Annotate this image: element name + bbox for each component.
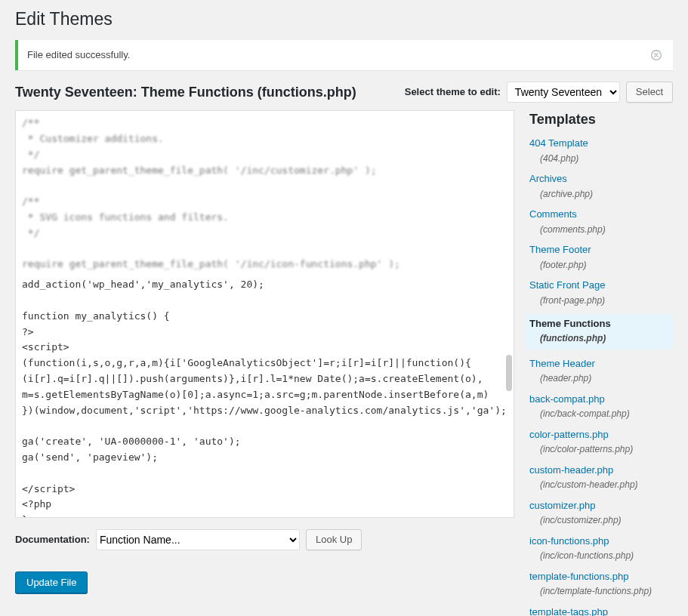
template-link[interactable]: back-compat.php — [529, 393, 673, 406]
templates-heading: Templates — [529, 110, 673, 129]
template-link[interactable]: Comments — [529, 208, 673, 221]
documentation-label: Documentation: — [15, 533, 90, 547]
template-item: Archives(archive.php) — [529, 172, 673, 200]
template-item: Comments(comments.php) — [529, 208, 673, 236]
template-filename: (404.php) — [529, 152, 673, 165]
template-item: Theme Header(header.php) — [529, 357, 673, 385]
template-link[interactable]: icon-functions.php — [529, 534, 673, 548]
template-item: icon-functions.php(inc/icon-functions.ph… — [529, 534, 673, 562]
lookup-button[interactable]: Look Up — [306, 529, 362, 550]
template-link[interactable]: Static Front Page — [529, 279, 673, 292]
notice-text: File edited successfully. — [27, 48, 130, 62]
template-link[interactable]: template-tags.php — [529, 605, 673, 616]
code-editor[interactable]: /** * Customizer additions. */ require g… — [15, 110, 514, 518]
template-filename: (header.php) — [529, 372, 673, 385]
success-notice: File edited successfully. — [15, 40, 673, 70]
template-filename: (inc/custom-header.php) — [529, 479, 673, 491]
template-item: template-functions.php(inc/template-func… — [529, 570, 673, 598]
template-link[interactable]: color-patterns.php — [529, 428, 673, 442]
template-item: customizer.php(inc/customizer.php) — [529, 499, 673, 527]
template-item: color-patterns.php(inc/color-patterns.ph… — [529, 428, 673, 456]
template-item: back-compat.php(inc/back-compat.php) — [529, 393, 673, 420]
template-item: Theme Functions(functions.php) — [525, 314, 673, 350]
template-filename: (inc/customizer.php) — [529, 514, 673, 527]
template-filename: (inc/template-functions.php) — [529, 585, 673, 598]
template-item: 404 Template(404.php) — [529, 137, 673, 165]
template-filename: (functions.php) — [529, 332, 668, 345]
select-button[interactable]: Select — [626, 82, 673, 103]
template-item: Static Front Page(front-page.php) — [529, 279, 673, 306]
template-link[interactable]: customizer.php — [529, 499, 673, 513]
code-blurred-section: /** * Customizer additions. */ require g… — [22, 116, 508, 273]
template-filename: (inc/color-patterns.php) — [529, 443, 673, 456]
documentation-select[interactable]: Function Name... — [96, 529, 300, 550]
template-filename: (inc/icon-functions.php) — [529, 550, 673, 562]
template-filename: (archive.php) — [529, 188, 673, 201]
template-item: custom-header.php(inc/custom-header.php) — [529, 464, 673, 491]
template-link[interactable]: Theme Functions — [529, 317, 668, 331]
page-title: Edit Themes — [15, 0, 673, 31]
template-filename: (inc/back-compat.php) — [529, 408, 673, 420]
template-link[interactable]: Theme Footer — [529, 243, 673, 257]
template-link[interactable]: template-functions.php — [529, 570, 673, 584]
template-item: template-tags.php(inc/template-tags.php) — [529, 605, 673, 616]
theme-select-label: Select theme to edit: — [405, 85, 501, 99]
template-filename: (front-page.php) — [529, 294, 673, 307]
template-link[interactable]: 404 Template — [529, 137, 673, 150]
code-clear-section: add_action('wp_head','my_analytics', 20)… — [22, 277, 508, 518]
template-filename: (footer.php) — [529, 259, 673, 272]
theme-select[interactable]: Twenty Seventeen — [507, 82, 620, 103]
template-link[interactable]: Archives — [529, 172, 673, 186]
close-icon[interactable] — [649, 48, 664, 63]
template-link[interactable]: Theme Header — [529, 357, 673, 371]
template-link[interactable]: custom-header.php — [529, 464, 673, 477]
template-filename: (comments.php) — [529, 223, 673, 236]
file-heading: Twenty Seventeen: Theme Functions (funct… — [15, 83, 356, 102]
template-list: 404 Template(404.php)Archives(archive.ph… — [529, 137, 673, 616]
scrollbar-thumb[interactable] — [506, 355, 512, 391]
update-file-button[interactable]: Update File — [15, 571, 88, 593]
template-item: Theme Footer(footer.php) — [529, 243, 673, 271]
